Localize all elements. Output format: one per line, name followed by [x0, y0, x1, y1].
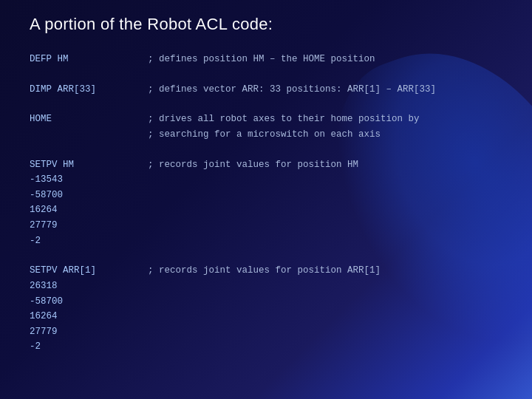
code-line: -58700 — [30, 294, 502, 310]
code-comment: ; searching for a microswitch on each ax… — [148, 127, 381, 143]
code-command — [30, 143, 148, 157]
code-line — [30, 97, 502, 112]
code-line: 26318 — [30, 279, 502, 294]
code-command: 26318 — [30, 279, 148, 294]
code-block: DEFP HM; defines position HM – the HOME … — [30, 52, 502, 355]
code-comment: ; records joint values for position ARR[… — [148, 263, 381, 279]
code-line — [30, 143, 502, 157]
code-command: 27779 — [30, 324, 148, 340]
code-command: -2 — [30, 339, 148, 355]
code-command — [30, 248, 148, 263]
code-command: 16264 — [30, 202, 148, 218]
code-line: SETPV HM; records joint values for posit… — [30, 157, 502, 173]
code-comment: ; defines position HM – the HOME positio… — [148, 52, 375, 67]
code-command: DIMP ARR[33] — [30, 82, 148, 98]
main-container: A portion of the Robot ACL code: DEFP HM… — [0, 0, 532, 369]
code-line: 16264 — [30, 309, 502, 324]
code-command — [30, 127, 148, 143]
code-line: ; searching for a microswitch on each ax… — [30, 127, 502, 143]
code-command: -13543 — [30, 172, 148, 188]
code-line: -2 — [30, 233, 502, 249]
code-command: -58700 — [30, 188, 148, 203]
code-line: 27779 — [30, 324, 502, 340]
code-command: 27779 — [30, 218, 148, 233]
code-line: 16264 — [30, 202, 502, 218]
code-command: SETPV ARR[1] — [30, 263, 148, 279]
code-line: -58700 — [30, 188, 502, 203]
code-comment: ; drives all robot axes to their home po… — [148, 112, 420, 127]
code-command: -2 — [30, 233, 148, 249]
code-comment: ; records joint values for position HM — [148, 157, 358, 173]
code-command: 16264 — [30, 309, 148, 324]
code-line: DEFP HM; defines position HM – the HOME … — [30, 52, 502, 67]
code-command — [30, 97, 148, 112]
code-command: SETPV HM — [30, 157, 148, 173]
code-command: DEFP HM — [30, 52, 148, 67]
code-line: -2 — [30, 339, 502, 355]
code-line: SETPV ARR[1]; records joint values for p… — [30, 263, 502, 279]
code-command — [30, 67, 148, 82]
code-comment: ; defines vector ARR: 33 positions: ARR[… — [148, 82, 436, 98]
code-line — [30, 248, 502, 263]
code-command: HOME — [30, 112, 148, 127]
code-line: HOME; drives all robot axes to their hom… — [30, 112, 502, 127]
page-title: A portion of the Robot ACL code: — [30, 15, 502, 34]
code-line: -13543 — [30, 172, 502, 188]
code-line: DIMP ARR[33]; defines vector ARR: 33 pos… — [30, 82, 502, 98]
code-line — [30, 67, 502, 82]
code-command: -58700 — [30, 294, 148, 310]
code-line: 27779 — [30, 218, 502, 233]
